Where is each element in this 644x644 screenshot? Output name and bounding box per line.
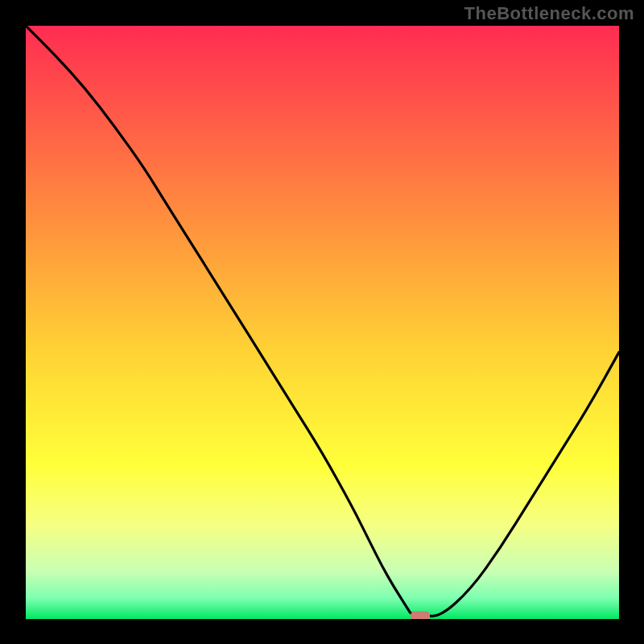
optimal-marker bbox=[411, 611, 430, 619]
chart-container: TheBottleneck.com bbox=[0, 0, 644, 644]
bottleneck-curve bbox=[26, 26, 619, 619]
plot-area bbox=[25, 26, 619, 620]
curve-path bbox=[26, 26, 619, 616]
watermark-text: TheBottleneck.com bbox=[464, 3, 634, 24]
